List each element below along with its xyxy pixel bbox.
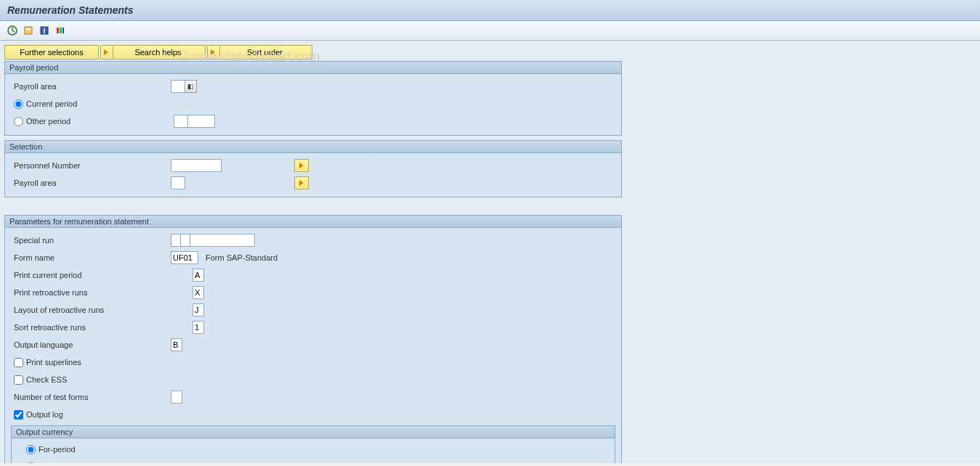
payroll-area-input[interactable] — [171, 80, 185, 93]
personnel-number-input[interactable] — [171, 159, 222, 172]
execute-icon[interactable] — [6, 24, 19, 37]
form-name-label: Form name — [11, 253, 171, 262]
payroll-area-f4-help[interactable]: ◧ — [185, 80, 197, 93]
personnel-number-label: Personnel Number — [11, 161, 171, 170]
sort-retro-input[interactable] — [193, 321, 204, 334]
print-current-label: Print current period — [11, 271, 193, 279]
svg-line-2 — [12, 30, 15, 32]
special-run-input-2[interactable] — [180, 234, 190, 247]
selection-header: Selection — [5, 141, 621, 153]
print-retro-input[interactable] — [193, 286, 204, 299]
payroll-area-label: Payroll area — [11, 82, 171, 91]
payroll-period-group: Payroll period Payroll area ◧ Current pe… — [4, 61, 622, 136]
title-bar: Remuneration Statements — [0, 0, 980, 21]
selection-group: Selection Personnel Number Payroll area — [4, 140, 622, 197]
payroll-period-header: Payroll period — [5, 62, 621, 74]
toolbar: i — [0, 21, 980, 41]
selection-buttons-row: Further selections Search helps Sort ord… — [4, 45, 976, 60]
selection-payroll-area-multi-select[interactable] — [294, 176, 309, 189]
for-period-label: For-period — [39, 445, 76, 454]
print-superlines-label: Print superlines — [26, 358, 81, 367]
output-lang-input[interactable] — [171, 338, 182, 351]
in-period-radio[interactable] — [26, 462, 36, 464]
svg-text:i: i — [44, 27, 46, 35]
output-log-checkbox[interactable] — [14, 410, 23, 420]
personnel-number-multi-select[interactable] — [294, 159, 309, 172]
page-title: Remuneration Statements — [7, 4, 133, 16]
get-variant-icon[interactable] — [22, 24, 35, 37]
special-run-input-3[interactable] — [190, 234, 255, 247]
other-period-input-1[interactable] — [174, 115, 188, 128]
in-period-label: In-period — [39, 462, 70, 463]
output-currency-header: Output currency — [12, 426, 615, 438]
other-period-label: Other period — [26, 117, 70, 126]
svg-rect-4 — [26, 28, 31, 30]
search-helps-button[interactable]: Search helps — [100, 45, 206, 60]
print-retro-label: Print retroactive runs — [11, 288, 193, 297]
special-run-input-1[interactable] — [171, 234, 181, 247]
svg-rect-7 — [57, 28, 59, 33]
form-name-desc: Form SAP-Standard — [206, 253, 278, 262]
num-test-forms-label: Number of test forms — [11, 393, 171, 401]
form-name-input[interactable] — [171, 251, 198, 264]
print-superlines-checkbox[interactable] — [14, 358, 23, 367]
selection-payroll-area-input[interactable] — [171, 176, 185, 189]
output-log-label: Output log — [26, 410, 63, 419]
layout-retro-label: Layout of retroactive runs — [11, 306, 193, 314]
further-selections-button[interactable]: Further selections — [4, 45, 99, 60]
svg-rect-9 — [62, 28, 64, 33]
parameters-group: Parameters for remuneration statement Sp… — [4, 215, 622, 463]
current-period-label: Current period — [26, 99, 77, 108]
print-current-input[interactable] — [193, 269, 204, 282]
sort-retro-label: Sort retroactive runs — [11, 323, 193, 332]
output-lang-label: Output language — [11, 340, 171, 349]
special-run-label: Special run — [11, 236, 171, 245]
output-currency-group: Output currency For-period In-period — [11, 425, 615, 463]
layout-retro-input[interactable] — [193, 303, 204, 316]
selection-payroll-area-label: Payroll area — [11, 179, 171, 187]
svg-rect-3 — [25, 27, 32, 34]
for-period-radio[interactable] — [26, 445, 36, 454]
current-period-radio[interactable] — [14, 99, 23, 109]
sort-order-button[interactable]: Sort order — [207, 45, 312, 60]
info-icon[interactable]: i — [38, 24, 51, 37]
settings-icon[interactable] — [54, 24, 67, 37]
content-area: © www.tutorialkart.com Further selection… — [0, 41, 980, 463]
other-period-input-2[interactable] — [187, 115, 215, 128]
svg-rect-8 — [60, 28, 62, 33]
other-period-radio[interactable] — [14, 117, 23, 126]
num-test-forms-input[interactable] — [171, 391, 182, 404]
check-ess-checkbox[interactable] — [14, 375, 23, 385]
parameters-header: Parameters for remuneration statement — [5, 216, 621, 228]
check-ess-label: Check ESS — [26, 375, 67, 384]
